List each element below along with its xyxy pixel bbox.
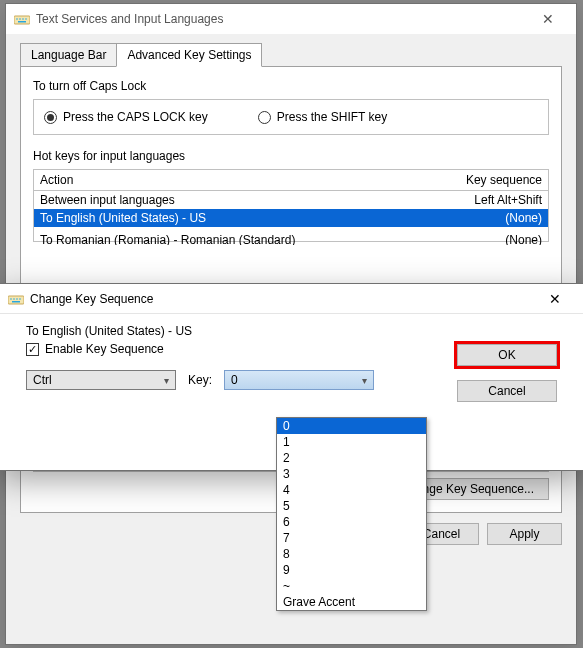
window-title: Text Services and Input Languages [36,12,528,26]
close-icon[interactable]: ✕ [535,291,575,307]
cell-action: To Romanian (Romania) - Romanian (Standa… [40,233,295,243]
keyboard-icon [14,11,30,27]
keyboard-icon [8,291,24,307]
radio-shift-key[interactable]: Press the SHIFT key [258,110,387,124]
list-item[interactable]: 8 [277,546,426,562]
dialog-titlebar[interactable]: Change Key Sequence ✕ [0,284,583,314]
tab-language-bar[interactable]: Language Bar [20,43,117,67]
list-item[interactable]: 5 [277,498,426,514]
radio-caps-lock-key[interactable]: Press the CAPS LOCK key [44,110,208,124]
table-row[interactable]: To English (United States) - US (None) [34,209,548,227]
cell-seq: Left Alt+Shift [474,193,542,207]
svg-point-10 [19,298,21,300]
combo-value: Ctrl [33,373,52,387]
hotkeys-list[interactable]: Between input languages Left Alt+Shift T… [33,191,549,242]
titlebar[interactable]: Text Services and Input Languages ✕ [6,4,576,34]
list-item[interactable]: 7 [277,530,426,546]
svg-point-2 [19,18,21,20]
svg-point-8 [13,298,15,300]
list-item[interactable]: 2 [277,450,426,466]
svg-rect-0 [14,16,30,24]
list-item[interactable]: 0 [277,418,426,434]
list-item[interactable]: 3 [277,466,426,482]
list-item[interactable]: 1 [277,434,426,450]
key-dropdown-list[interactable]: 0 1 2 3 4 5 6 7 8 9 ~ Grave Accent [276,417,427,611]
dialog-ok-button[interactable]: OK [457,344,557,366]
table-row[interactable]: Between input languages Left Alt+Shift [34,191,548,209]
col-sequence: Key sequence [466,173,542,187]
checkbox-label: Enable Key Sequence [45,342,164,356]
combo-value: 0 [231,373,238,387]
svg-point-1 [16,18,18,20]
list-item[interactable]: ~ [277,578,426,594]
radio-indicator-icon [44,111,57,124]
cell-seq: (None) [505,233,542,243]
svg-point-7 [10,298,12,300]
svg-point-9 [16,298,18,300]
svg-point-4 [25,18,27,20]
checkbox-indicator-icon: ✓ [26,343,39,356]
apply-button[interactable]: Apply [487,523,562,545]
list-item[interactable]: 9 [277,562,426,578]
key-label: Key: [188,373,212,387]
list-item[interactable]: 4 [277,482,426,498]
close-icon[interactable]: ✕ [528,11,568,27]
dialog-title: Change Key Sequence [30,292,535,306]
radio-indicator-icon [258,111,271,124]
modifier-combo[interactable]: Ctrl ▾ [26,370,176,390]
tab-advanced-key-settings[interactable]: Advanced Key Settings [116,43,262,67]
table-row[interactable]: To Romanian (Romania) - Romanian (Standa… [34,231,548,245]
radio-label: Press the SHIFT key [277,110,387,124]
chevron-down-icon: ▾ [362,375,367,386]
svg-point-3 [22,18,24,20]
for-language-label: To English (United States) - US [26,324,557,338]
cell-seq: (None) [505,211,542,225]
radio-label: Press the CAPS LOCK key [63,110,208,124]
svg-rect-5 [18,21,26,23]
svg-rect-6 [8,296,24,304]
caps-lock-group: Press the CAPS LOCK key Press the SHIFT … [33,99,549,135]
dialog-cancel-button[interactable]: Cancel [457,380,557,402]
col-action: Action [40,173,73,187]
list-item[interactable]: 6 [277,514,426,530]
caps-lock-group-label: To turn off Caps Lock [33,79,549,93]
cell-action: To English (United States) - US [40,211,206,225]
hotkeys-header: Action Key sequence [33,169,549,191]
list-item[interactable]: Grave Accent [277,594,426,610]
cell-action: Between input languages [40,193,175,207]
hotkeys-group-label: Hot keys for input languages [33,149,549,163]
key-combo[interactable]: 0 ▾ [224,370,374,390]
chevron-down-icon: ▾ [164,375,169,386]
svg-rect-11 [12,301,20,303]
